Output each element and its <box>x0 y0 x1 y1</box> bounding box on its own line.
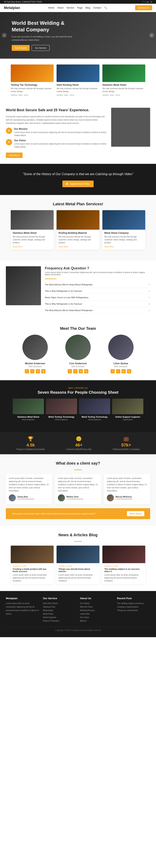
team-social-g-0[interactable]: g <box>41 369 46 373</box>
team-social-li-2[interactable]: in <box>122 369 126 373</box>
video-play-button[interactable]: Appointment Video <box>62 181 94 187</box>
team-member-1: Cori Anderson Web Developer f t in g <box>58 335 98 373</box>
search-icon[interactable]: 🔍 <box>104 6 107 9</box>
faq-question-0: The Most Advices We've Heard About Refri… <box>45 283 93 286</box>
blog-card-2[interactable]: October 15, 2020 The welding subject is … <box>102 546 145 584</box>
testimonial-card-1: Lorem ipsum dolor sit amet, consectetur … <box>55 474 101 504</box>
team-social-li-0[interactable]: in <box>36 369 40 373</box>
team-social-fb-0[interactable]: f <box>25 369 29 373</box>
team-social-tw-1[interactable]: t <box>73 369 77 373</box>
team-social-fb-2[interactable]: f <box>110 369 115 373</box>
service-card-2: Roofing Building Material We help busine… <box>56 210 100 250</box>
team-social-tw-2[interactable]: t <box>116 369 120 373</box>
card-title-2: Steel Roofing Sheet <box>56 84 100 86</box>
footer-about-item-0[interactable]: Our History <box>80 602 113 605</box>
team-social-g-1[interactable]: g <box>84 369 88 373</box>
team-social-tw-0[interactable]: t <box>30 369 34 373</box>
footer-about-item-1[interactable]: Meet the Team <box>80 605 113 609</box>
footer-service-item-5[interactable]: Sheet & Protection <box>43 619 76 623</box>
stats-row: 🏆 4.5k Projects Completed Successfully 😊… <box>6 436 150 451</box>
nav-logo[interactable]: Metalplan <box>4 6 20 10</box>
blog-date-0: October 15, 2020 <box>13 565 52 567</box>
why-item-text-2: Sheet Engineers <box>79 418 110 421</box>
vision-content: Our Vision Lorem ipsum dolor sit amet co… <box>14 139 107 148</box>
why-item-title-3: Online Support engineer <box>112 416 143 418</box>
about-read-more-button[interactable]: Read More <box>6 153 23 158</box>
faq-toggle-4: + <box>149 309 150 312</box>
team-image-0 <box>22 335 48 360</box>
hero-service-button[interactable]: Our Service <box>32 45 50 51</box>
footer-about-item-4[interactable]: Our Vision <box>80 616 113 619</box>
faq-left <box>6 266 41 314</box>
blog-card-1[interactable]: October 15, 2020 Things you should know … <box>56 546 100 584</box>
service-readmore-3[interactable]: Read More <box>104 246 143 248</box>
author-role-2: Local Businessmen <box>115 498 132 500</box>
faq-item-2[interactable]: Never Signs You're in Love With Refriger… <box>45 294 150 301</box>
faq-item-0[interactable]: The Most Advices We've Heard About Refri… <box>45 281 150 288</box>
author-name-0: Zanta Alex <box>17 496 34 498</box>
faq-title: Frequency Ask Question ? <box>45 266 150 270</box>
footer-service-item-3[interactable]: Metal Sheet <box>43 612 76 616</box>
social-google[interactable]: g+ <box>147 1 149 3</box>
footer-recent-list: The welding subject success-a Creating a… <box>117 602 150 612</box>
card-text-2: We help business elevate file through cu… <box>56 87 100 93</box>
social-twitter[interactable]: t <box>145 1 145 3</box>
hero-next-arrow[interactable]: › <box>149 33 154 38</box>
blog-text-0: Lorem ipsum dolor sit amet consectetur a… <box>13 574 52 582</box>
footer-recent-item-2[interactable]: Things you should know <box>117 609 150 612</box>
social-linkedin[interactable]: in <box>151 1 152 3</box>
team-social-fb-1[interactable]: f <box>68 369 72 373</box>
about-right <box>111 108 150 147</box>
footer-service-list: Steel Roof Sheet Stainless Pipe Metal An… <box>43 602 76 623</box>
team-role-2: Web Developer <box>101 366 140 368</box>
footer-about-item-3[interactable]: Latest New <box>80 612 113 616</box>
nav-contact-button[interactable]: Contact Us <box>135 5 152 10</box>
faq-yellow-bar <box>45 279 56 279</box>
nav-home[interactable]: Home <box>48 6 54 9</box>
faq-item-4[interactable]: The Most Advices We've Heard About Refri… <box>45 307 150 314</box>
author-avatar-1 <box>58 494 65 501</box>
faq-item-3[interactable]: This is Why Refrigerator is So Famous! + <box>45 301 150 307</box>
service-body-3: Metal Sheet Company We help business ele… <box>102 230 145 250</box>
footer-about-item-2[interactable]: Working Process <box>80 609 113 612</box>
why-item-title-1: Metal Testing Technology <box>46 416 77 418</box>
footer-recent-item-1[interactable]: Creating a metal product <box>117 605 150 609</box>
nav-page[interactable]: Page <box>77 6 82 9</box>
hero-section: ‹ World Best Welding & Metal Company If … <box>0 12 156 59</box>
why-item-title-2: Metal Testing Technology <box>79 416 110 418</box>
testimonial-more-button[interactable]: More About <box>127 511 144 516</box>
blog-row: October 15, 2020 Creating a metal produc… <box>6 546 150 584</box>
nav-about[interactable]: About <box>57 6 63 9</box>
social-facebook[interactable]: f <box>142 1 143 3</box>
footer-service-item-0[interactable]: Steel Roof Sheet <box>43 602 76 605</box>
team-social-g-2[interactable]: g <box>127 369 131 373</box>
card-image-3 <box>102 64 145 82</box>
vision-text: Lorem ipsum dolor sit amet consectetur a… <box>14 143 107 148</box>
author-avatar-2 <box>107 494 114 501</box>
why-title: Seven Reasons For People Choosing Sheet <box>6 390 150 395</box>
hero-prev-arrow[interactable]: ‹ <box>2 33 7 38</box>
hero-quote-button[interactable]: Get A Quote <box>12 45 30 51</box>
team-section: Meet The Our Team Michel Andersen Web De… <box>0 319 156 380</box>
faq-item-1[interactable]: This is Why Refrigerator is So Famous! + <box>45 288 150 294</box>
card-item-3: Stainless Metal Sheet We help business e… <box>102 64 145 96</box>
author-avatar-0 <box>9 494 16 501</box>
why-label: WHY CHOOSE US <box>6 387 150 389</box>
nav-service[interactable]: Service <box>66 6 74 9</box>
service-body-2: Roofing Building Material We help busine… <box>56 230 100 250</box>
testimonial-author-0: Zanta Alex Local Businessmen <box>9 494 49 501</box>
footer-service-item-2[interactable]: Metal Angle <box>43 609 76 612</box>
nav-blog[interactable]: Blog <box>85 6 90 9</box>
service-readmore-2[interactable]: Read More <box>58 246 98 248</box>
service-image-3 <box>102 210 145 230</box>
author-info-2: Marsei McKinny Local Businessmen <box>115 496 132 500</box>
footer-about-item-5[interactable]: Mission <box>80 619 113 623</box>
team-social-li-1[interactable]: in <box>79 369 83 373</box>
footer-service-item-1[interactable]: Stainless Pipe <box>43 605 76 609</box>
blog-card-0[interactable]: October 15, 2020 Creating a metal produc… <box>11 546 54 584</box>
footer-recent-item-0[interactable]: The welding subject success-a <box>117 602 150 605</box>
why-item-0: Stainless Metal Sheet Sheet Engineers <box>13 399 44 421</box>
footer-service-item-4[interactable]: Sheet Engineer <box>43 616 76 619</box>
service-readmore-1[interactable]: Read More <box>13 246 52 248</box>
nav-contact[interactable]: Contact <box>93 6 101 9</box>
